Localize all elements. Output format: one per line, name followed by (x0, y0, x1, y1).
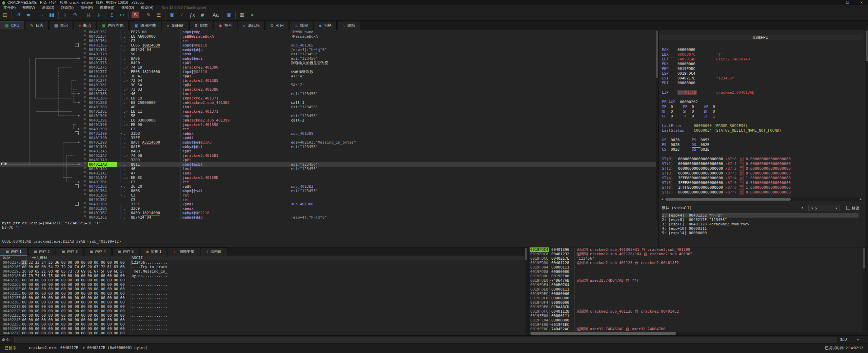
register-row[interactable]: ST(0)00000000000000000000 x87r0 空 0.0000… (662, 157, 863, 162)
stack-h-scrollbar[interactable] (530, 332, 865, 335)
stack-row[interactable]: 0019FDC400401396返回到 crackme2.sub_401365+… (530, 247, 865, 252)
dump-row[interactable]: 0040221E00000000000000000000000000000000… (0, 304, 525, 309)
stack-row[interactable]: 0019FDF4│00000000 (530, 300, 865, 305)
breakpoint-dot-icon[interactable] (84, 127, 86, 129)
fold-toggle-icon[interactable]: − (75, 184, 79, 188)
register-row[interactable]: EAX00000000 (662, 48, 863, 52)
tab-句柄[interactable]: ◆句柄 (314, 21, 337, 30)
dump-row[interactable]: 0040222E00000000000000000000000000000000… (0, 309, 525, 313)
disasm-row[interactable]: 004013A5│.84DBtest bl,bl (0, 149, 656, 153)
dump-row[interactable]: 004021CE00000000000000000000000000000000… (0, 282, 525, 287)
disasm-row[interactable]: 0040135C│.FF75 08push dword ptr ss:[ebp+… (0, 30, 656, 34)
disasm-row[interactable]: 0040136C│.8B7424 04mov esi,dword ptr ss:… (0, 48, 656, 52)
breakpoint-dot-icon[interactable] (84, 30, 86, 32)
stack-row[interactable]: 0019FDEC│00000066 (530, 292, 865, 296)
breakpoint-dot-icon[interactable] (84, 175, 86, 178)
dump-tab-结构体[interactable]: #结构体 (201, 247, 228, 256)
disasm-row[interactable]: 00401396│.∨EB 00jmp crackme2.401398 (0, 123, 656, 127)
dump-tab-内存 1[interactable]: ▦内存 1 (0, 247, 27, 256)
breakpoint-dot-icon[interactable] (84, 61, 86, 63)
dump-tab-内存 3[interactable]: ▦内存 3 (56, 247, 83, 256)
breakpoint-dot-icon[interactable] (84, 153, 86, 155)
breakpoint-dot-icon[interactable] (84, 118, 86, 120)
argument-row[interactable]: 4: [esp+10] 00000111 (662, 226, 859, 231)
argument-row[interactable]: 2: [esp+8] 0040217E "123456" (662, 218, 859, 222)
breakpoint-dot-icon[interactable] (84, 109, 86, 111)
hash-icon[interactable]: # (197, 10, 208, 20)
dump-row[interactable]: 0040224E00000000000000000000000000000000… (0, 318, 525, 322)
tab-CPU[interactable]: ▦CPU (0, 21, 24, 30)
dump-tab-内存 5[interactable]: ▦内存 5 (112, 247, 140, 256)
breakpoint-dot-icon[interactable] (84, 43, 86, 45)
breakpoint-dot-icon[interactable] (84, 189, 86, 191)
register-row[interactable]: EDX00000000 (662, 62, 863, 67)
close-button[interactable]: ✕ (855, 0, 868, 5)
tab-跟踪[interactable]: ∴跟踪 (337, 21, 360, 30)
dump-row[interactable]: 0040227E00000000000000000000000000000000… (0, 331, 525, 335)
disasm-row[interactable]: 004013B7C3ret (0, 198, 656, 202)
disasm-row[interactable]: 00401386│.∧EB E9jmp crackme2.401371 (0, 96, 656, 100)
menu-item[interactable]: 帮助(H) (137, 5, 157, 10)
stack-row[interactable]: 0019FE04│00000000 (530, 318, 865, 322)
register-row[interactable]: OF0SF0DF0 (662, 109, 863, 114)
font-icon[interactable]: Aa (211, 10, 221, 20)
chevron-down-icon[interactable]: ▼ (801, 204, 804, 211)
disasm-row[interactable]: 004013A3│.8A1Emov bl,byte ptr ds:[esi]es… (0, 145, 656, 149)
disasm-row[interactable]: 004013AE│.47inc edi (0, 171, 656, 175)
globe-icon[interactable]: ● (247, 10, 257, 20)
dump-row[interactable]: 0040218E0000000054727920746F20637261636B… (0, 265, 525, 269)
dump-tab-局部变量[interactable]: x=局部变量 (168, 247, 200, 256)
step-into-icon[interactable]: ↧ (60, 10, 70, 20)
disasm-row[interactable]: 004013BC│.8A0D 18214000mov cl,byte ptr d… (0, 211, 656, 215)
disasm-row[interactable]: 00401391│.E8 03000000call <crackme2.sub_… (0, 118, 656, 123)
disasm-row[interactable]: 004013B4│.8806mov byte ptr ds:[esi],ales… (0, 189, 656, 193)
register-row[interactable]: LastError00000000 (ERROR_SUCCESS) (662, 124, 863, 128)
stack-row[interactable]: 0019FDE0┌74D647AB返回到 user32.74D647AB 自 ?… (530, 278, 865, 283)
register-row[interactable]: ECX74D5014Duser32.74D5014D (662, 57, 863, 62)
breakpoint-dot-icon[interactable] (84, 100, 86, 103)
breakpoint-dot-icon[interactable] (84, 184, 86, 186)
dump-row[interactable]: 0040223E00000000000000000000000000000000… (0, 313, 525, 318)
register-row[interactable]: ESP0019FDC4 (662, 71, 863, 76)
disasm-row[interactable]: 00401388│.E8 25000000call <crackme2.sub_… (0, 100, 656, 105)
stack-row[interactable]: 0019FE0C┌74D452AC返回到 user32.74D452AC 自 u… (530, 327, 865, 331)
animate-icon[interactable]: S (132, 12, 139, 18)
breakpoint-dot-icon[interactable] (84, 65, 86, 67)
stack-row[interactable]: 0019FDC800401232返回到 crackme2.sub_401128+… (530, 252, 865, 256)
trace-over-icon[interactable]: ⇓ (94, 10, 104, 20)
disasm-row[interactable]: 00401377│.FE05 18214000inc byte ptr ds:[… (0, 70, 656, 74)
disasm-row[interactable]: 00401370│.56push esiesi:"123456" (0, 52, 656, 56)
disasm-row[interactable]: 0040138D│.46inc esiesi:"123456" (0, 105, 656, 109)
menu-item[interactable]: 选项(O) (118, 5, 137, 10)
breakpoint-dot-icon[interactable] (84, 145, 86, 147)
disasm-row[interactable]: 0040135F│.E8 A6000000call <JMP.&MessageB… (0, 34, 656, 39)
disasm-row[interactable]: 00401381│.3C 5Acmp al,5A5A:'Z' (0, 83, 656, 87)
disasm-row[interactable]: 0040138E│.∧EB E1jmp crackme2.401371 (0, 109, 656, 114)
fx-icon[interactable]: ƒx (187, 10, 197, 20)
register-row[interactable]: ES002BDS002B (662, 143, 863, 147)
register-row[interactable]: ST(6)3FFF8000000000000000 x87r6 空 1.0000… (662, 185, 863, 190)
register-row[interactable]: ST(1)00000000000000000000 x87r1 空 0.0000… (662, 162, 863, 166)
stack-row[interactable]: 0019FDE8│00000111 (530, 287, 865, 292)
register-row[interactable]: CF0TF0IF1 (662, 114, 863, 119)
breakpoint-dot-icon[interactable] (84, 149, 86, 151)
assemble-icon[interactable]: ✎ (143, 10, 154, 20)
argument-row[interactable]: 1: [esp+4] 00401232 "h~!@" (662, 213, 859, 218)
register-row[interactable]: ST(3)00000000000000000000 x87r3 空 0.0000… (662, 171, 863, 176)
disasm-row[interactable]: 0040139B│.33FFxor edi,edi (0, 136, 656, 140)
dump-tab-内存 2[interactable]: ▦内存 2 (28, 247, 56, 256)
stack-row[interactable]: 0019FDD000401128返回到 crackme2.sub_401128 … (530, 261, 865, 265)
breakpoint-dot-icon[interactable] (84, 136, 86, 138)
tab-线程[interactable]: ⇉线程 (290, 21, 313, 30)
disasm-row[interactable]: 004013B1└.C3ret (0, 180, 656, 184)
dump-row[interactable]: 0040217E31323334353600000000000000000000… (0, 260, 525, 265)
disasm-row[interactable]: 00401398└.C3ret (0, 127, 656, 131)
dump-row[interactable]: 004021BE00000000000000000000000000000000… (0, 278, 525, 282)
disasm-row[interactable]: 00401371│.8A06mov al,byte ptr ds:[esi]es… (0, 56, 656, 61)
restart-icon[interactable]: ↺ (13, 10, 23, 20)
tab-符号[interactable]: ◉符号 (214, 21, 237, 30)
checkbox-icon[interactable] (846, 206, 850, 210)
argument-row[interactable]: 3: [esp+C] 00401128 <crackme2.WndProc> (662, 222, 859, 226)
dump-row[interactable]: 0040226E00000000000000000000000000000000… (0, 327, 525, 331)
menu-item[interactable]: 跟踪(N) (58, 5, 77, 10)
